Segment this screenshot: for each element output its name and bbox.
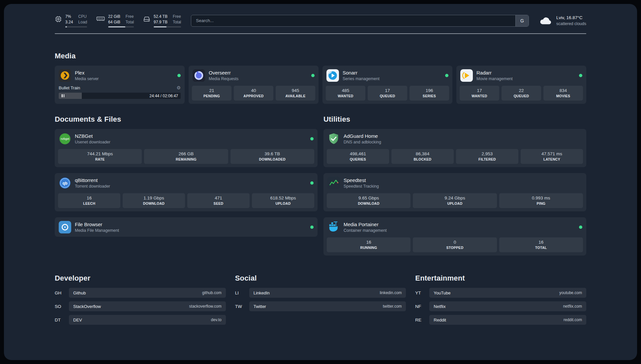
stat-wanted: 17 WANTED [460,86,499,101]
status-dot [311,74,315,77]
memory-icon [96,15,105,22]
service-title: AdGuard Home [344,133,381,139]
bookmark-abbr: LI [235,290,245,295]
bookmark-link[interactable]: Netflix netflix.com [429,301,586,311]
topbar-divider [55,33,586,34]
playback-progress-bar[interactable]: 24:44 / 02:06:47 [59,93,181,99]
section-heading-developer: Developer [55,274,226,283]
sonarr-icon [326,69,339,82]
service-card-radarr[interactable]: Radarr Movie management 17 WANTED 22 QUE… [456,66,586,104]
bookmark-link[interactable]: StackOverflow stackoverflow.com [69,301,226,311]
stat-downloaded: 39.6 TB DOWNLOADED [230,149,314,164]
weather-condition: scattered clouds [556,21,586,26]
pause-icon[interactable] [62,94,64,97]
bookmark-dev: DT DEV dev.to [55,315,226,325]
service-card-qbittorrent[interactable]: qb qBittorrent Torrent downloader 16 LEE… [55,173,318,211]
stat-total: 16 TOTAL [499,237,583,252]
svg-text:nzbget: nzbget [61,137,69,141]
bookmark-link[interactable]: Twitter twitter.com [249,301,406,311]
gear-icon[interactable]: ⚙ [176,85,181,90]
bookmark-link[interactable]: DEV dev.to [69,315,226,325]
bookmark-abbr: SO [55,304,65,309]
search-provider-button[interactable]: G [515,15,529,26]
service-subtitle: Torrent downloader [75,184,110,189]
service-title: Sonarr [343,70,380,76]
stat-download: 9.65 Gbps DOWNLOAD [327,193,411,208]
adguard-icon [327,133,340,145]
search-input[interactable] [191,15,529,27]
stat-stopped: 0 STOPPED [413,237,497,252]
service-subtitle: Media Requests [209,76,238,81]
status-dot [310,181,314,185]
service-card-overseerr[interactable]: Overseerr Media Requests 21 PENDING 40 A… [189,66,319,104]
filebrowser-icon [59,221,71,233]
stat-queued: 17 QUEUED [368,86,407,101]
cpu-usage-value: 7% [65,14,73,19]
memory-free-value: 22 GiB [108,14,120,19]
bookmark-twitter: TW Twitter twitter.com [235,301,406,311]
stat-blocked: 86,384 BLOCKED [391,149,454,164]
memory-widget: 22 GiB 64 GiB Free Total [96,14,134,27]
service-card-speedtest[interactable]: Speedtest Speedtest Tracking 9.65 Gbps D… [323,173,586,211]
service-subtitle: Container management [344,228,387,233]
stat-series: 196 SERIES [410,86,449,101]
service-card-portainer[interactable]: Media Portainer Container management 16 … [323,217,586,256]
status-dot [177,74,181,77]
stat-available: 945 AVAILABLE [276,86,315,101]
disk-total-label: Total [173,19,181,25]
service-card-nzbget[interactable]: nzbget NZBGet Usenet downloader 744.21 M… [55,129,318,167]
bookmarks-entertainment: Entertainment YT YouTube youtube.com NF … [415,274,586,325]
bookmark-link[interactable]: YouTube youtube.com [429,288,586,298]
bookmark-link[interactable]: LinkedIn linkedin.com [249,288,406,298]
status-dot [579,226,582,229]
resource-widgets: 7% 3.24 CPU Load [55,14,181,27]
stat-running: 16 RUNNING [327,237,411,252]
bookmark-abbr: DT [55,318,65,322]
memory-free-label: Free [126,14,134,19]
cpu-label: CPU [78,14,87,19]
service-title: Speedtest [344,177,379,184]
dashboard-panel: 7% 3.24 CPU Load [4,4,637,360]
cpu-load-label: Load [78,19,87,25]
service-card-plex[interactable]: Plex Media server Bullet Train ⚙ 24:44 /… [55,66,185,104]
nzbget-icon: nzbget [59,133,71,145]
weather-location: Lviv, 16.87°C [556,15,586,21]
section-heading-entertainment: Entertainment [415,274,586,283]
section-heading-utilities: Utilities [323,115,586,124]
speedtest-icon [327,177,340,189]
weather-widget: Lviv, 16.87°C scattered clouds [539,15,586,26]
stat-queries: 498,461 QUERIES [327,149,389,164]
memory-total-value: 64 GiB [108,19,120,25]
svg-text:qb: qb [62,181,68,186]
disk-icon [143,15,150,23]
cpu-widget: 7% 3.24 CPU Load [55,14,87,27]
service-card-sonarr[interactable]: Sonarr Series management 485 WANTED 17 Q… [322,66,452,104]
cpu-progress-bar [65,26,87,27]
bookmark-abbr: RE [415,318,425,322]
stat-approved: 40 APPROVED [234,86,273,101]
bookmarks-social: Social LI LinkedIn linkedin.com TW Twitt… [235,274,406,325]
track-title: Bullet Train [59,85,80,90]
qbittorrent-icon: qb [59,177,71,189]
stat-rate: 744.21 Mbps RATE [58,149,142,164]
radarr-icon [460,69,473,82]
utilities-column: Utilities AdGuard Home [323,115,586,256]
section-heading-media: Media [55,52,586,60]
service-card-adguard[interactable]: AdGuard Home DNS and adblocking 498,461 … [323,129,586,167]
service-card-filebrowser[interactable]: File Browser Media File Management [55,217,318,237]
disk-total-value: 97.9 TB [154,19,168,25]
disk-widget: 52.4 TB 97.9 TB Free Total [143,14,181,27]
status-dot [310,137,314,140]
stat-ping: 0.993 ms PING [499,193,583,208]
playback-time: 24:44 / 02:06:47 [149,94,178,98]
service-subtitle: Movie management [476,76,513,81]
bookmark-link[interactable]: Reddit reddit.com [429,315,586,325]
disk-free-value: 52.4 TB [154,14,168,19]
service-subtitle: Media server [75,76,99,81]
stat-pending: 21 PENDING [192,86,231,101]
stat-latency: 47.571 ms LATENCY [521,149,583,164]
bookmark-link[interactable]: Github github.com [69,288,226,298]
section-heading-documents: Documents & Files [55,115,318,124]
bookmark-linkedin: LI LinkedIn linkedin.com [235,288,406,298]
service-title: qBittorrent [75,177,110,184]
